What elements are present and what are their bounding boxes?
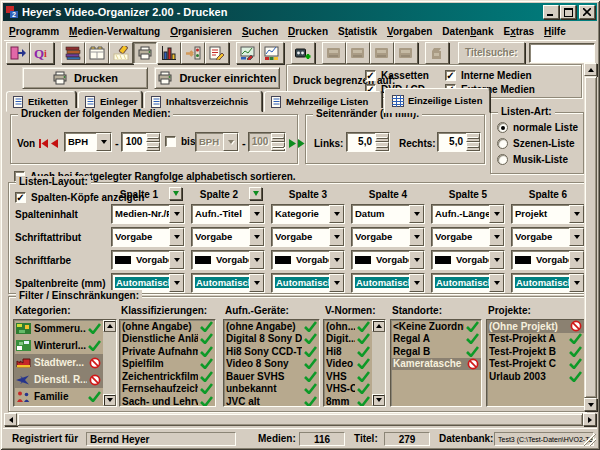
menu-item-programm[interactable]: Programm (4, 24, 64, 39)
tab-einzeilige-listen[interactable]: Einzeilige Listen (384, 88, 490, 113)
menu-item-drucken[interactable]: Drucken (283, 24, 333, 39)
list-item-kameratasche[interactable]: Kameratasche (391, 358, 481, 371)
dropdown-arrow-icon[interactable] (249, 251, 264, 269)
spin-down-icon[interactable] (375, 142, 389, 151)
resize-grip[interactable] (584, 434, 596, 446)
spin-up-icon[interactable] (375, 133, 389, 142)
spin-down-icon[interactable] (146, 142, 160, 151)
spin-up-icon[interactable] (146, 133, 160, 142)
list-item-regal-a[interactable]: Regal A (391, 333, 481, 346)
spin-down-icon[interactable] (466, 142, 480, 151)
font-color-select-col5[interactable]: Vorgabe (431, 250, 505, 270)
title-search-input[interactable] (529, 43, 595, 63)
list-item-keine-zuordnu[interactable]: <Keine Zuordnu... (391, 320, 481, 333)
list-item-digit[interactable]: Digit... (324, 333, 372, 346)
vertical-scrollbar[interactable] (584, 63, 597, 411)
step-forward-icon[interactable] (289, 139, 297, 148)
menu-item-statistik[interactable]: Statistik (333, 24, 382, 39)
dropdown-arrow-icon[interactable] (409, 274, 424, 292)
radio-musik-liste[interactable]: Musik-Liste (497, 154, 568, 165)
column-width-select-col5[interactable]: Automatisch (431, 273, 505, 293)
chart-color-button[interactable] (260, 42, 284, 64)
checkbox-box[interactable]: ✓ (445, 70, 456, 81)
horizontal-scrollbar[interactable] (4, 413, 596, 426)
dropdown-arrow-icon[interactable] (489, 274, 504, 292)
dropdown-arrow-icon[interactable] (169, 274, 184, 292)
content-select-col6[interactable]: Projekt (511, 204, 585, 224)
bis-checkbox-box[interactable] (165, 136, 176, 147)
column-width-select-col4[interactable]: Automatisch (351, 273, 425, 293)
defaults-button[interactable] (181, 42, 205, 64)
dropdown-arrow-icon[interactable] (169, 251, 184, 269)
list-item-hi8[interactable]: Hi8 (324, 345, 372, 358)
checkbox-box[interactable]: ✓ (365, 70, 376, 81)
radio-button[interactable] (497, 122, 508, 133)
dropdown-arrow-icon[interactable] (569, 228, 584, 246)
font-color-select-col3[interactable]: Vorgabe (271, 250, 345, 270)
list-item-sommeru[interactable]: Sommeru... (14, 320, 103, 337)
skip-back-icon[interactable] (39, 139, 48, 148)
scrollbar-track[interactable] (103, 332, 116, 394)
dropdown-arrow-icon[interactable] (569, 205, 584, 223)
rechts-spinner[interactable]: 5,0 (437, 132, 481, 152)
radio-normale-liste[interactable]: normale Liste (497, 122, 578, 133)
print-button[interactable] (133, 42, 157, 64)
column-width-select-col6[interactable]: Automatisch (511, 273, 585, 293)
column-width-select-col2[interactable]: Automatisch (191, 273, 265, 293)
scroll-up-button[interactable] (372, 320, 385, 332)
list-item-8mm[interactable]: 8mm (324, 395, 372, 406)
dropdown-arrow-icon[interactable] (489, 205, 504, 223)
exit-button[interactable] (6, 42, 30, 64)
font-color-select-col1[interactable]: Vorgabe (111, 250, 185, 270)
dropdown-arrow-icon[interactable] (96, 133, 111, 151)
menu-item-datenbank[interactable]: Datenbank (437, 24, 498, 39)
dropdown-arrow-icon[interactable] (409, 251, 424, 269)
list-item-regal-b[interactable]: Regal B (391, 345, 481, 358)
dropdown-arrow-icon[interactable] (249, 205, 264, 223)
list-item-video-8[interactable]: Video 8 (324, 358, 372, 371)
list-item-spielfilm[interactable]: Spielfilm (120, 358, 215, 371)
print-button-main[interactable]: Drucken (22, 67, 148, 89)
scroll-up-button[interactable] (584, 63, 597, 76)
radio-button[interactable] (497, 154, 508, 165)
content-select-col2[interactable]: Aufn.-Titel (191, 204, 265, 224)
font-color-select-col2[interactable]: Vorgabe (191, 250, 265, 270)
spin-up-icon[interactable] (466, 133, 480, 142)
list-item-winterurl[interactable]: Winterurl... (14, 337, 103, 354)
font-attribute-select-col3[interactable]: Vorgabe (271, 227, 345, 247)
list-item-ohne-angabe[interactable]: (ohne Angabe) (224, 320, 319, 333)
dropdown-arrow-icon[interactable] (169, 228, 184, 246)
list-scrollbar[interactable] (103, 320, 116, 406)
list-item-fernsehaufzeich[interactable]: Fernsehaufzeich... (120, 383, 215, 396)
dropdown-arrow-icon[interactable] (169, 205, 184, 223)
content-select-col4[interactable]: Datum (351, 204, 425, 224)
list-item-vhs[interactable]: VHS (324, 370, 372, 383)
scroll-up-button[interactable] (103, 320, 116, 332)
list-item-ohne-angabe[interactable]: (ohne Angabe) (120, 320, 215, 333)
checkbox-kassetten[interactable]: ✓Kassetten (365, 68, 445, 82)
list-item-bauer-svhs[interactable]: Bauer SVHS (224, 370, 319, 383)
horizontal-scrollbar-thumb[interactable] (17, 413, 583, 426)
font-color-select-col4[interactable]: Vorgabe (351, 250, 425, 270)
radio-button[interactable] (497, 138, 508, 149)
list-item-video-8-sony[interactable]: Video 8 Sony (224, 358, 319, 371)
menu-item-organisieren[interactable]: Organisieren (165, 24, 237, 39)
dropdown-arrow-icon[interactable] (489, 251, 504, 269)
scroll-down-button[interactable] (103, 394, 116, 406)
menu-item-medien-verwaltung[interactable]: Medien-Verwaltung (64, 24, 165, 39)
dropdown-arrow-icon[interactable] (569, 251, 584, 269)
list-item-digital-8-sony-dc[interactable]: Digital 8 Sony DC... (224, 333, 319, 346)
chart-edit-button[interactable] (236, 42, 260, 64)
font-color-select-col6[interactable]: Vorgabe (511, 250, 585, 270)
list-item-stadtwer[interactable]: Stadtwer... (14, 354, 103, 371)
printer-setup-button[interactable]: Drucker einrichten (154, 67, 280, 89)
list-item-vhs-c[interactable]: VHS-C (324, 383, 372, 396)
list-item-test-projekt-b[interactable]: Test-Projekt B (487, 345, 584, 358)
from-media-select[interactable]: BPH (64, 132, 112, 152)
dropdown-arrow-icon[interactable] (329, 228, 344, 246)
font-attribute-select-col1[interactable]: Vorgabe (111, 227, 185, 247)
font-attribute-select-col5[interactable]: Vorgabe (431, 227, 505, 247)
font-attribute-select-col4[interactable]: Vorgabe (351, 227, 425, 247)
bis-checkbox[interactable]: bis (165, 136, 195, 147)
list-item-dienstliche-anlässe[interactable]: Dienstliche Anlässe (120, 333, 215, 346)
